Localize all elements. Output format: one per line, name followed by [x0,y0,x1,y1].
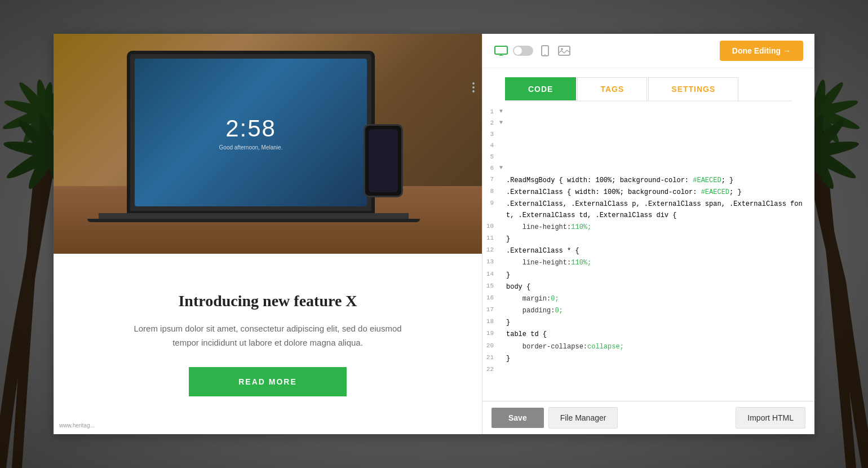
desktop-icon[interactable] [494,45,508,56]
code-line: 11 } [482,233,814,245]
watermark: www.heritag... [59,422,95,429]
line-number: 16 [482,294,499,301]
laptop-bottom [87,219,420,222]
line-toggle[interactable] [499,329,506,330]
editor-toolbar: Done Editing → [482,34,814,68]
line-toggle[interactable]: ▼ [499,119,506,126]
drag-handle[interactable] [472,82,475,92]
code-line: 2▼ [482,118,814,130]
drag-dot-1 [472,82,475,85]
line-toggle[interactable] [499,342,506,342]
line-number: 4 [482,142,499,149]
line-number: 17 [482,306,499,313]
line-number: 12 [482,246,499,253]
line-toggle[interactable] [499,142,506,142]
line-number: 14 [482,270,499,277]
line-toggle[interactable]: ▼ [499,108,506,114]
line-content: .ReadMsgBody { width: 100%; background-c… [506,175,814,186]
line-toggle[interactable] [499,153,506,153]
code-line: 22 [482,365,814,376]
code-line: 1▼ [482,107,814,118]
code-line: 21 } [482,353,814,365]
main-container: 2:58 Good afternoon, Melanie. Introducin… [54,34,814,434]
tab-bar: CODE TAGS SETTINGS [505,73,792,101]
line-number: 20 [482,342,499,349]
preview-content: Introducing new feature X Lorem ipsum do… [54,254,482,434]
line-content: } [506,234,814,245]
line-toggle[interactable] [499,175,506,176]
line-toggle[interactable] [499,270,506,271]
code-area[interactable]: 1▼2▼3 4 5 6▼</span>7 .ReadMsgBody { widt… [482,101,814,401]
line-toggle[interactable] [499,354,506,354]
code-line: 14 } [482,270,814,281]
mobile-icon[interactable] [538,45,552,56]
drag-dot-3 [472,90,475,92]
line-number: 3 [482,130,499,138]
line-toggle[interactable] [499,222,506,223]
line-content: } [506,317,814,328]
gallery-icon[interactable] [557,45,572,56]
code-line: 10 line-height:110%; [482,222,814,233]
line-toggle[interactable] [499,317,506,318]
line-content: body { [506,282,814,293]
code-editor-panel: Done Editing → CODE TAGS SETTINGS 1▼2▼3 … [482,34,814,434]
line-content: .ExternalClass, .ExternalClass p, .Exter… [506,199,814,220]
line-toggle[interactable] [499,234,506,235]
code-line: 3 [482,130,814,141]
line-number: 11 [482,234,499,241]
line-toggle[interactable] [499,294,506,294]
file-manager-button[interactable]: File Manager [548,407,618,429]
code-line: 19 table td { [482,329,814,341]
code-line: 12 .ExternalClass * { [482,245,814,257]
line-number: 1 [482,108,499,115]
tab-settings[interactable]: SETTINGS [648,77,738,100]
done-editing-button[interactable]: Done Editing → [720,41,803,61]
read-more-button[interactable]: READ MORE [189,367,347,396]
line-number: 2 [482,119,499,126]
line-number: 15 [482,282,499,289]
line-toggle[interactable] [499,258,506,258]
line-toggle[interactable]: ▼ [499,164,506,171]
line-toggle[interactable] [499,130,506,131]
line-content: line-height:110%; [506,222,814,233]
tab-code[interactable]: CODE [505,77,576,100]
code-line: 15 body { [482,281,814,293]
line-toggle[interactable] [499,199,506,200]
preview-body: Lorem ipsum dolor sit amet, consectetur … [127,321,409,350]
line-number: 10 [482,222,499,229]
line-toggle[interactable] [499,282,506,282]
line-content: padding:0; [506,306,814,316]
line-number: 5 [482,153,499,160]
laptop-time: 2:58 [225,115,276,142]
line-number: 18 [482,317,499,325]
tab-bar-wrapper: CODE TAGS SETTINGS [482,73,814,101]
line-content: .ExternalClass * { [506,246,814,257]
line-number: 7 [482,175,499,183]
line-number: 19 [482,329,499,337]
line-toggle[interactable] [499,246,506,246]
code-line: 6▼</span> [482,164,814,175]
line-content: table td { [506,329,814,340]
code-line: 7 .ReadMsgBody { width: 100%; background… [482,175,814,187]
line-toggle[interactable] [499,187,506,188]
tab-tags[interactable]: TAGS [577,77,647,100]
laptop-screen-content: 2:58 Good afternoon, Melanie. [135,59,367,206]
line-content: margin:0; [506,294,814,304]
toggle-knob [514,47,522,55]
line-content: } [506,354,814,364]
line-number: 21 [482,354,499,361]
done-editing-label: Done Editing → [732,46,791,55]
preview-panel: 2:58 Good afternoon, Melanie. Introducin… [54,34,482,434]
line-toggle[interactable] [499,365,506,366]
import-html-button[interactable]: Import HTML [736,407,805,429]
line-number: 9 [482,199,499,206]
laptop-shape: 2:58 Good afternoon, Melanie. [127,51,375,214]
line-toggle[interactable] [499,306,506,306]
device-toggle[interactable] [513,46,533,56]
save-button[interactable]: Save [491,408,544,428]
svg-rect-23 [495,46,507,54]
phone-screen [369,129,398,192]
line-number: 13 [482,258,499,265]
phone-shape [364,124,403,197]
line-content: border-collapse:collapse; [506,342,814,352]
